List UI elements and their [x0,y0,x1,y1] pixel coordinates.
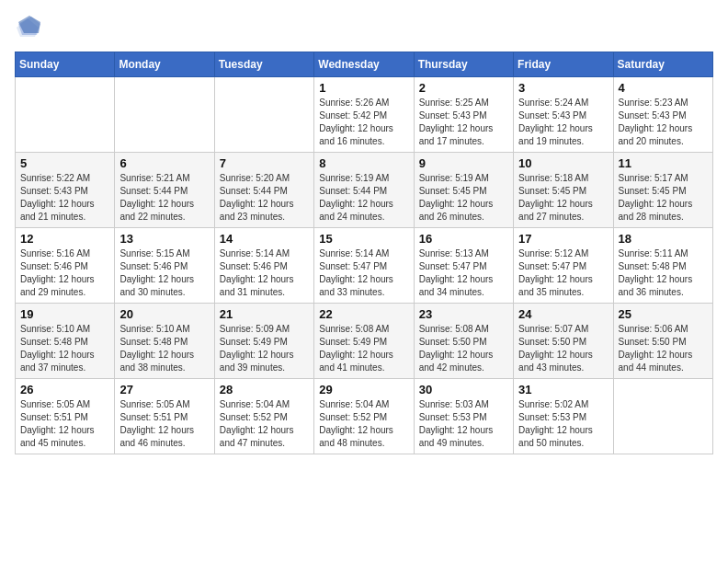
day-number: 1 [319,81,408,95]
day-cell: 14Sunrise: 5:14 AM Sunset: 5:46 PM Dayli… [214,228,313,304]
day-cell: 21Sunrise: 5:09 AM Sunset: 5:49 PM Dayli… [214,304,313,379]
day-number: 7 [220,156,309,170]
day-cell [115,77,214,153]
day-info: Sunrise: 5:19 AM Sunset: 5:45 PM Dayligh… [419,172,508,224]
day-number: 8 [319,156,408,170]
day-number: 2 [419,81,508,95]
day-number: 22 [319,307,408,321]
day-info: Sunrise: 5:06 AM Sunset: 5:50 PM Dayligh… [619,323,708,374]
weekday-header-monday: Monday [115,52,214,77]
day-number: 3 [518,81,608,95]
day-number: 31 [518,383,608,396]
day-cell [16,77,115,153]
weekday-header-thursday: Thursday [414,52,513,77]
day-info: Sunrise: 5:05 AM Sunset: 5:51 PM Dayligh… [119,398,209,450]
day-info: Sunrise: 5:19 AM Sunset: 5:44 PM Dayligh… [319,172,408,224]
day-info: Sunrise: 5:22 AM Sunset: 5:43 PM Dayligh… [20,172,109,224]
day-cell: 8Sunrise: 5:19 AM Sunset: 5:44 PM Daylig… [314,153,414,228]
day-cell: 24Sunrise: 5:07 AM Sunset: 5:50 PM Dayli… [514,304,613,379]
day-number: 17 [518,232,608,246]
day-number: 25 [619,307,708,321]
day-info: Sunrise: 5:08 AM Sunset: 5:49 PM Dayligh… [319,323,408,374]
day-cell: 2Sunrise: 5:25 AM Sunset: 5:43 PM Daylig… [414,77,513,153]
day-info: Sunrise: 5:07 AM Sunset: 5:50 PM Dayligh… [518,323,608,374]
day-cell: 17Sunrise: 5:12 AM Sunset: 5:47 PM Dayli… [514,228,613,304]
day-info: Sunrise: 5:08 AM Sunset: 5:50 PM Dayligh… [419,323,508,374]
day-number: 18 [619,232,708,246]
day-number: 19 [20,307,109,321]
day-number: 20 [119,307,209,321]
day-info: Sunrise: 5:14 AM Sunset: 5:46 PM Dayligh… [220,247,309,299]
day-info: Sunrise: 5:02 AM Sunset: 5:53 PM Dayligh… [518,398,608,450]
day-info: Sunrise: 5:10 AM Sunset: 5:48 PM Dayligh… [20,323,109,374]
day-cell: 20Sunrise: 5:10 AM Sunset: 5:48 PM Dayli… [115,304,214,379]
day-cell: 27Sunrise: 5:05 AM Sunset: 5:51 PM Dayli… [115,379,214,454]
day-info: Sunrise: 5:20 AM Sunset: 5:44 PM Dayligh… [220,172,309,224]
day-number: 28 [220,383,309,396]
weekday-header-wednesday: Wednesday [314,52,414,77]
weekday-header-tuesday: Tuesday [214,52,313,77]
day-cell: 22Sunrise: 5:08 AM Sunset: 5:49 PM Dayli… [314,304,414,379]
day-info: Sunrise: 5:15 AM Sunset: 5:46 PM Dayligh… [119,247,209,299]
day-cell: 1Sunrise: 5:26 AM Sunset: 5:42 PM Daylig… [314,77,414,153]
day-info: Sunrise: 5:03 AM Sunset: 5:53 PM Dayligh… [419,398,508,450]
day-number: 9 [419,156,508,170]
day-info: Sunrise: 5:04 AM Sunset: 5:52 PM Dayligh… [319,398,408,450]
day-info: Sunrise: 5:21 AM Sunset: 5:44 PM Dayligh… [119,172,209,224]
day-number: 24 [518,307,608,321]
day-cell: 30Sunrise: 5:03 AM Sunset: 5:53 PM Dayli… [414,379,513,454]
day-number: 5 [20,156,109,170]
weekday-header-row: SundayMondayTuesdayWednesdayThursdayFrid… [16,52,713,77]
day-cell: 11Sunrise: 5:17 AM Sunset: 5:45 PM Dayli… [613,153,712,228]
weekday-header-friday: Friday [514,52,613,77]
day-number: 6 [119,156,209,170]
day-info: Sunrise: 5:12 AM Sunset: 5:47 PM Dayligh… [518,247,608,299]
day-info: Sunrise: 5:13 AM Sunset: 5:47 PM Dayligh… [419,247,508,299]
day-cell: 5Sunrise: 5:22 AM Sunset: 5:43 PM Daylig… [16,153,115,228]
day-number: 23 [419,307,508,321]
day-info: Sunrise: 5:09 AM Sunset: 5:49 PM Dayligh… [220,323,309,374]
week-row-5: 26Sunrise: 5:05 AM Sunset: 5:51 PM Dayli… [16,379,713,454]
day-info: Sunrise: 5:17 AM Sunset: 5:45 PM Dayligh… [619,172,708,224]
day-number: 15 [319,232,408,246]
day-info: Sunrise: 5:24 AM Sunset: 5:43 PM Dayligh… [518,97,608,148]
day-number: 11 [619,156,708,170]
day-info: Sunrise: 5:11 AM Sunset: 5:48 PM Dayligh… [619,247,708,299]
day-cell: 6Sunrise: 5:21 AM Sunset: 5:44 PM Daylig… [115,153,214,228]
day-cell: 31Sunrise: 5:02 AM Sunset: 5:53 PM Dayli… [514,379,613,454]
day-info: Sunrise: 5:05 AM Sunset: 5:51 PM Dayligh… [20,398,109,450]
day-cell: 25Sunrise: 5:06 AM Sunset: 5:50 PM Dayli… [613,304,712,379]
day-info: Sunrise: 5:14 AM Sunset: 5:47 PM Dayligh… [319,247,408,299]
logo [15,15,44,40]
day-cell: 15Sunrise: 5:14 AM Sunset: 5:47 PM Dayli… [314,228,414,304]
weekday-header-saturday: Saturday [613,52,712,77]
day-number: 10 [518,156,608,170]
page-header [15,15,713,40]
day-number: 29 [319,383,408,396]
week-row-2: 5Sunrise: 5:22 AM Sunset: 5:43 PM Daylig… [16,153,713,228]
day-number: 26 [20,383,109,396]
day-cell: 19Sunrise: 5:10 AM Sunset: 5:48 PM Dayli… [16,304,115,379]
week-row-1: 1Sunrise: 5:26 AM Sunset: 5:42 PM Daylig… [16,77,713,153]
day-info: Sunrise: 5:18 AM Sunset: 5:45 PM Dayligh… [518,172,608,224]
day-cell: 16Sunrise: 5:13 AM Sunset: 5:47 PM Dayli… [414,228,513,304]
day-cell: 9Sunrise: 5:19 AM Sunset: 5:45 PM Daylig… [414,153,513,228]
logo-icon [15,15,40,40]
day-cell: 26Sunrise: 5:05 AM Sunset: 5:51 PM Dayli… [16,379,115,454]
calendar-table: SundayMondayTuesdayWednesdayThursdayFrid… [15,52,713,454]
day-info: Sunrise: 5:10 AM Sunset: 5:48 PM Dayligh… [119,323,209,374]
day-info: Sunrise: 5:04 AM Sunset: 5:52 PM Dayligh… [220,398,309,450]
week-row-4: 19Sunrise: 5:10 AM Sunset: 5:48 PM Dayli… [16,304,713,379]
day-info: Sunrise: 5:16 AM Sunset: 5:46 PM Dayligh… [20,247,109,299]
day-cell: 7Sunrise: 5:20 AM Sunset: 5:44 PM Daylig… [214,153,313,228]
day-cell: 29Sunrise: 5:04 AM Sunset: 5:52 PM Dayli… [314,379,414,454]
day-info: Sunrise: 5:26 AM Sunset: 5:42 PM Dayligh… [319,97,408,148]
weekday-header-sunday: Sunday [16,52,115,77]
day-number: 13 [119,232,209,246]
day-info: Sunrise: 5:23 AM Sunset: 5:43 PM Dayligh… [619,97,708,148]
day-number: 21 [220,307,309,321]
day-cell: 23Sunrise: 5:08 AM Sunset: 5:50 PM Dayli… [414,304,513,379]
day-number: 27 [119,383,209,396]
day-number: 14 [220,232,309,246]
week-row-3: 12Sunrise: 5:16 AM Sunset: 5:46 PM Dayli… [16,228,713,304]
